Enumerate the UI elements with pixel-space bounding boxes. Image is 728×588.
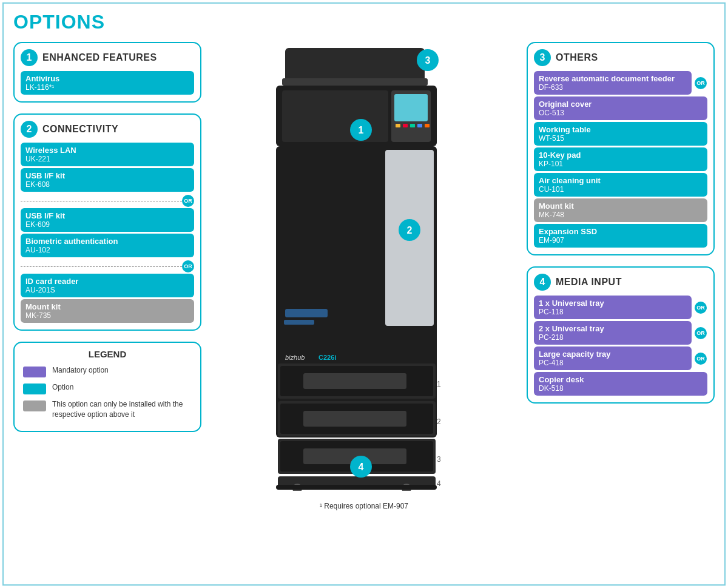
option-expansion-ssd-code: EM-907 xyxy=(539,236,703,245)
section-title-enhanced: ENHANCED FEATURES xyxy=(42,52,157,63)
or-right-largetray: OR xyxy=(694,346,707,370)
option-id-card: ID card reader AU-201S xyxy=(21,274,194,297)
section-others: 3 OTHERS Reverse automatic document feed… xyxy=(527,42,715,255)
connectivity-items: Wireless LAN UK-221 USB I/F kit EK-608 O… xyxy=(21,143,194,325)
option-expansion-ssd: Expansion SSD EM-907 xyxy=(534,224,707,248)
option-working-table-name: Working table xyxy=(539,125,703,134)
option-wireless-lan: Wireless LAN UK-221 xyxy=(21,143,194,166)
main-layout: 1 ENHANCED FEATURES Antivirus LK-116*¹ 2… xyxy=(13,42,715,510)
option-10key: 10-Key pad KP-101 xyxy=(534,147,707,171)
svg-text:2: 2 xyxy=(407,225,413,235)
legend-item-conditional: This option can only be installed with t… xyxy=(23,399,192,420)
option-large-tray-name: Large capacity tray xyxy=(539,350,687,359)
option-antivirus-code: LK-116*¹ xyxy=(25,83,189,92)
or-line xyxy=(21,201,182,201)
legend-title: LEGEND xyxy=(23,349,192,359)
section-number-2: 2 xyxy=(21,121,38,138)
enhanced-items: Antivirus LK-116*¹ xyxy=(21,71,194,96)
option-id-card-code: AU-201S xyxy=(25,286,189,294)
legend-text-option: Option xyxy=(52,382,73,393)
footnote: ¹ Requires optional EM-907 xyxy=(320,502,408,510)
or-badge-usb: OR xyxy=(182,195,194,207)
section-title-media: MEDIA INPUT xyxy=(556,277,622,288)
option-biometric-name: Biometric authentication xyxy=(25,237,189,246)
section-number-1: 1 xyxy=(21,49,38,66)
option-radf: Reverse automatic document feeder DF-633 xyxy=(534,71,692,95)
section-header-enhanced: 1 ENHANCED FEATURES xyxy=(21,49,194,66)
svg-rect-1 xyxy=(282,78,428,86)
option-2x-tray-code: PC-218 xyxy=(539,333,687,342)
section-number-4: 4 xyxy=(534,274,551,291)
svg-text:bizhub: bizhub xyxy=(285,354,305,361)
svg-rect-7 xyxy=(403,124,408,127)
option-biometric-code: AU-102 xyxy=(25,246,189,254)
option-copier-desk: Copier desk DK-518 xyxy=(534,372,707,396)
option-copier-desk-name: Copier desk xyxy=(539,375,703,384)
option-10key-name: 10-Key pad xyxy=(539,150,703,160)
option-mount-kit-735-name: Mount kit xyxy=(25,302,189,311)
option-1x-tray-code: PC-118 xyxy=(539,308,687,316)
option-10key-code: KP-101 xyxy=(539,160,703,168)
legend-text-conditional: This option can only be installed with t… xyxy=(52,399,192,420)
others-items: Reverse automatic document feeder DF-633… xyxy=(534,71,707,249)
option-copier-desk-code: DK-518 xyxy=(539,384,703,393)
left-column: 1 ENHANCED FEATURES Antivirus LK-116*¹ 2… xyxy=(13,42,201,432)
option-antivirus-name: Antivirus xyxy=(25,74,189,83)
svg-rect-8 xyxy=(410,124,415,127)
svg-text:1: 1 xyxy=(359,125,364,135)
svg-rect-17 xyxy=(303,373,406,389)
printer-illustration: 1 2 3 4 xyxy=(267,42,461,493)
or-badge-2xtray: OR xyxy=(695,327,707,339)
option-mount-kit-748: Mount kit MK-748 xyxy=(534,198,707,222)
option-usb-ek609-name: USB I/F kit xyxy=(25,211,189,220)
or-separator-auth: OR xyxy=(21,260,194,272)
option-usb-ek609-code: EK-609 xyxy=(25,220,189,229)
option-original-cover: Original cover OC-513 xyxy=(534,96,707,120)
option-expansion-ssd-name: Expansion SSD xyxy=(539,227,703,236)
svg-text:2: 2 xyxy=(437,417,441,426)
svg-rect-9 xyxy=(417,124,422,127)
svg-text:C226i: C226i xyxy=(318,354,336,361)
svg-text:3: 3 xyxy=(425,55,431,66)
option-working-table: Working table WT-515 xyxy=(534,122,707,146)
legend-color-gray xyxy=(23,400,46,411)
section-enhanced-features: 1 ENHANCED FEATURES Antivirus LK-116*¹ xyxy=(13,42,201,103)
or-badge-radf: OR xyxy=(695,77,707,89)
section-number-3: 3 xyxy=(534,49,551,66)
option-usb-ek609: USB I/F kit EK-609 xyxy=(21,208,194,232)
svg-rect-13 xyxy=(285,309,328,317)
option-usb-ek608-name: USB I/F kit xyxy=(25,171,189,180)
option-wireless-name: Wireless LAN xyxy=(25,146,189,155)
printer-svg: 1 2 3 4 xyxy=(267,42,461,491)
option-2x-tray: 2 x Universal tray PC-218 xyxy=(534,321,692,345)
option-1x-tray: 1 x Universal tray PC-118 xyxy=(534,296,692,319)
svg-rect-5 xyxy=(394,94,428,121)
svg-rect-14 xyxy=(284,320,314,325)
or-badge-largetray: OR xyxy=(695,353,707,365)
or-right-1xtray: OR xyxy=(694,296,707,319)
option-wireless-code: UK-221 xyxy=(25,155,189,163)
option-air-cleaning-code: CU-101 xyxy=(539,185,703,194)
option-large-tray-code: PC-418 xyxy=(539,359,687,367)
option-biometric: Biometric authentication AU-102 xyxy=(21,234,194,257)
or-badge-1xtray: OR xyxy=(695,302,707,314)
or-right-2xtray: OR xyxy=(694,321,707,345)
section-media-input: 4 MEDIA INPUT 1 x Universal tray PC-118 … xyxy=(527,266,715,404)
option-mount-kit-748-code: MK-748 xyxy=(539,211,703,219)
or-separator-usb: OR xyxy=(21,195,194,207)
svg-rect-10 xyxy=(425,124,430,127)
option-original-cover-name: Original cover xyxy=(539,100,703,109)
option-usb-ek608: USB I/F kit EK-608 xyxy=(21,168,194,192)
option-id-card-name: ID card reader xyxy=(25,277,189,286)
right-column: 3 OTHERS Reverse automatic document feed… xyxy=(527,42,715,404)
legend-item-option: Option xyxy=(23,382,192,394)
option-usb-ek608-code: EK-608 xyxy=(25,180,189,189)
svg-text:1: 1 xyxy=(437,380,441,388)
section-title-others: OTHERS xyxy=(556,52,598,63)
option-original-cover-code: OC-513 xyxy=(539,109,703,117)
option-antivirus: Antivirus LK-116*¹ xyxy=(21,71,194,95)
option-mount-kit-735-code: MK-735 xyxy=(25,311,189,320)
option-radf-name: Reverse automatic document feeder xyxy=(539,74,687,83)
or-right-radf: OR xyxy=(694,71,707,95)
svg-text:4: 4 xyxy=(359,462,364,472)
